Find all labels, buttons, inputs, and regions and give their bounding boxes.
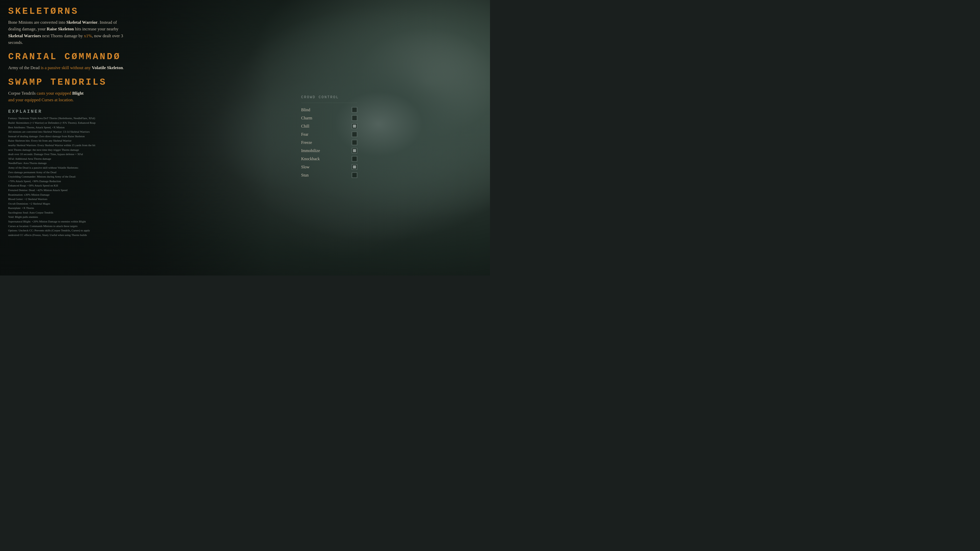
left-panel: SKELETØRNS Bone Minions are converted in… [0,0,133,275]
explainer-line-7: nearby Skeletal Warriors: Every Skeletal… [8,143,124,148]
explainer-line-14: Unyielding Commander: Minions during Arm… [8,175,124,179]
explainer-line-3: Best Attributes: Thorns, Attack Speed, +… [8,125,124,130]
cc-chill-label: Chill [301,124,327,129]
explainer-line-24: Supernatural Blight: +20% Minion Damage … [8,219,124,224]
cc-immobilize-row: Immobilize [301,148,357,154]
explainer-line-19: Blood Getter: +2 Skeletal Warriors [8,197,124,202]
cc-freeze-checkbox[interactable] [352,140,357,145]
blight-ref: Blight [72,91,83,96]
explainer-line-13: Zero damage permanent Army of the Dead [8,170,124,175]
swamp-tendrils-section: SWAMP TENDRILS Corpse Tendrils casts you… [8,77,124,103]
explainer-title: EXPLAINER [8,109,124,114]
cc-divider [301,103,357,103]
explainer-line-15: +70% Attack Speed, +90% Damage Reduction [8,179,124,184]
cc-blind-checkbox[interactable] [352,107,357,113]
cc-fear-row: Fear [301,132,357,137]
explainer-line-25: Curses at location: Commands Minions to … [8,224,124,229]
cc-knockback-label: Knockback [301,157,327,161]
skeletal-warriors-ref: Skeletal Warriors [8,33,41,38]
curses-location-ref: and your equipped Curses at location. [8,97,74,102]
cc-knockback-checkbox[interactable] [352,156,357,162]
cc-freeze-row: Freeze [301,140,357,145]
explainer-line-16: Enhanced Reap: +30% Attack Speed on Kill [8,183,124,188]
main-content: SKELETØRNS Bone Minions are converted in… [0,0,490,275]
explainer-line-21: Razorplate: +X Thorns [8,206,124,210]
cc-slow-row: Slow [301,164,357,170]
volatile-skeleton-ref: Volatile Skeleton [92,65,123,70]
casts-equipped-ref: casts your equipped [37,91,71,96]
cranial-commando-section: CRANIAL CØMMANDØ Army of the Dead is a p… [8,52,124,71]
explainer-line-17: Frenzied Demise: Dead: +42% Minion Attac… [8,188,124,192]
swamp-tendrils-title: SWAMP TENDRILS [8,77,124,87]
cc-stun-row: Stun [301,172,357,178]
cc-charm-row: Charm [301,115,357,121]
skeletal-warrior-ref: Skeletal Warrior [66,20,97,25]
cc-fear-label: Fear [301,132,327,137]
cc-blind-row: Blind [301,107,357,113]
explainer-line-4: All minions are converted into Skeletal … [8,130,124,134]
cc-immobilize-label: Immobilize [301,148,327,153]
passive-skill-ref: is a passive skill without any [41,65,91,70]
cranial-commando-body: Army of the Dead is a passive skill with… [8,65,124,71]
crowd-control-panel: CROWD CONTROL Blind Charm Chill Fear Fre… [301,95,357,181]
explainer-line-12: Army of the Dead is a passive skill with… [8,165,124,170]
cc-charm-checkbox[interactable] [352,115,357,121]
swamp-tendrils-body: Corpse Tendrils casts your equipped Blig… [8,90,124,103]
explainer-line-18: Reanimation: x30% Minion Damage [8,192,124,197]
raise-skeleton-ref: Raise Skeleton [47,27,74,32]
cc-charm-label: Charm [301,116,327,121]
explainer-line-11: NeedleFlare: Area Thorns damage [8,161,124,165]
cc-chill-row: Chill [301,124,357,129]
explainer-line-26: Options: Uncheck CC: Prevents skills (Co… [8,228,124,233]
explainer-line-6: Raise Skeleton hits: Every hit from any … [8,138,124,143]
skelethorns-title: SKELETØRNS [8,6,124,17]
cc-blind-label: Blind [301,108,327,112]
skelethorns-section: SKELETØRNS Bone Minions are converted in… [8,6,124,46]
cc-stun-label: Stun [301,173,327,178]
x1-percent-ref: x1% [84,33,92,38]
explainer-line-27: undesired CC effects (Freeze, Stun). Use… [8,233,124,238]
explainer-line-22: Sacrilegious Soul: Auto Corpse Tendrils [8,210,124,215]
explainer-line-5: Instead of dealing damage: Zero direct d… [8,134,124,139]
explainer-line-20: Occult Dominion: +2 Skeletal Mages [8,202,124,206]
crowd-control-title: CROWD CONTROL [301,95,357,99]
cc-knockback-row: Knockback [301,156,357,162]
cc-slow-checkbox[interactable] [352,164,357,170]
cc-chill-checkbox[interactable] [352,124,357,129]
explainer-section: EXPLAINER Fantasy: Skeletons Triple Area… [8,109,124,237]
skelethorns-body: Bone Minions are converted into Skeletal… [8,19,124,46]
cc-stun-checkbox[interactable] [352,172,357,178]
cc-fear-checkbox[interactable] [352,132,357,137]
cranial-commando-title: CRANIAL CØMMANDØ [8,52,124,62]
explainer-line-1: Fantasy: Skeletons Triple Area DoT Thorn… [8,116,124,121]
explainer-line-8: next Thorns damage: the next time they t… [8,148,124,152]
explainer-line-10: XFal: Additional Area Thorns damage [8,157,124,161]
explainer-line-9: dealt over 10 seconds: Damage Over Time,… [8,152,124,157]
explainer-line-2: Build: Skirmishers (+1 Warrior) or Defen… [8,121,124,125]
explainer-line-23: Void: Blight pulls enemies [8,215,124,219]
cc-slow-label: Slow [301,165,327,169]
cc-freeze-label: Freeze [301,140,327,145]
cc-immobilize-checkbox[interactable] [352,148,357,154]
explainer-text-block: Fantasy: Skeletons Triple Area DoT Thorn… [8,116,124,237]
